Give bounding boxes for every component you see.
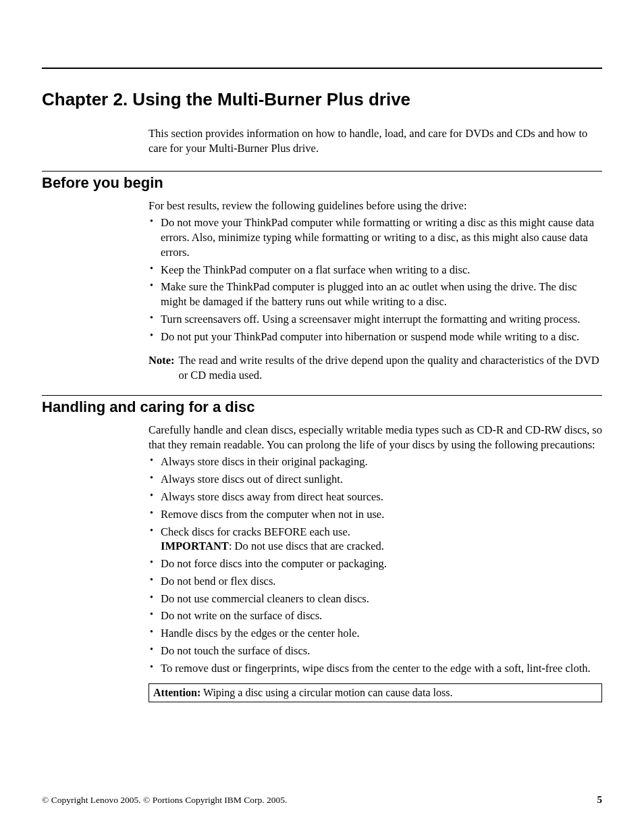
section-rule — [42, 395, 602, 396]
list-item: Do not move your ThinkPad computer while… — [149, 215, 602, 259]
list-item: Do not write on the surface of discs. — [149, 608, 602, 623]
page-number: 5 — [597, 794, 603, 806]
chapter-intro: This section provides information on how… — [149, 126, 602, 156]
important-line: IMPORTANT: Do not use discs that are cra… — [161, 539, 602, 554]
list-item: Keep the ThinkPad computer on a flat sur… — [149, 263, 602, 278]
list-item: Do not force discs into the computer or … — [149, 556, 602, 571]
list-item: Turn screensavers off. Using a screensav… — [149, 312, 602, 327]
section-title-before-you-begin: Before you begin — [42, 174, 602, 192]
attention-box: Attention: Wiping a disc using a circula… — [149, 683, 602, 702]
list-item: Make sure the ThinkPad computer is plugg… — [149, 280, 602, 309]
list-item: Handle discs by the edges or the center … — [149, 626, 602, 641]
note-text: The read and write results of the drive … — [178, 353, 602, 383]
section2-body: Carefully handle and clean discs, especi… — [149, 423, 602, 702]
important-label: IMPORTANT — [161, 540, 229, 552]
top-rule — [42, 68, 602, 69]
note-block: Note: The read and write results of the … — [149, 353, 602, 383]
list-item: Always store discs in their original pac… — [149, 454, 602, 469]
list-item: Remove discs from the computer when not … — [149, 507, 602, 522]
important-text: : Do not use discs that are cracked. — [229, 540, 384, 552]
section1-body: For best results, review the following g… — [149, 199, 602, 383]
section2-lead: Carefully handle and clean discs, especi… — [149, 423, 602, 452]
section2-bullets: Always store discs in their original pac… — [149, 454, 602, 675]
list-item: Do not touch the surface of discs. — [149, 644, 602, 658]
copyright-text: © Copyright Lenovo 2005. © Portions Copy… — [42, 795, 287, 806]
section-rule — [42, 171, 602, 172]
list-item: Always store discs out of direct sunligh… — [149, 472, 602, 487]
list-item: Do not put your ThinkPad computer into h… — [149, 330, 602, 344]
document-page: Chapter 2. Using the Multi-Burner Plus d… — [0, 0, 644, 834]
attention-text: Wiping a disc using a circular motion ca… — [200, 687, 452, 698]
page-footer: © Copyright Lenovo 2005. © Portions Copy… — [42, 794, 602, 806]
section1-lead: For best results, review the following g… — [149, 199, 602, 213]
list-item: Do not use commercial cleaners to clean … — [149, 592, 602, 606]
note-label: Note: — [149, 353, 174, 383]
list-item: To remove dust or fingerprints, wipe dis… — [149, 661, 602, 676]
list-item: Do not bend or flex discs. — [149, 574, 602, 589]
section-title-handling: Handling and caring for a disc — [42, 398, 602, 416]
attention-label: Attention: — [153, 687, 200, 698]
chapter-title: Chapter 2. Using the Multi-Burner Plus d… — [42, 89, 602, 110]
bullet-check-text: Check discs for cracks BEFORE each use. — [161, 525, 350, 538]
section1-bullets: Do not move your ThinkPad computer while… — [149, 215, 602, 344]
list-item: Check discs for cracks BEFORE each use. … — [149, 525, 602, 554]
list-item: Always store discs away from direct heat… — [149, 490, 602, 504]
